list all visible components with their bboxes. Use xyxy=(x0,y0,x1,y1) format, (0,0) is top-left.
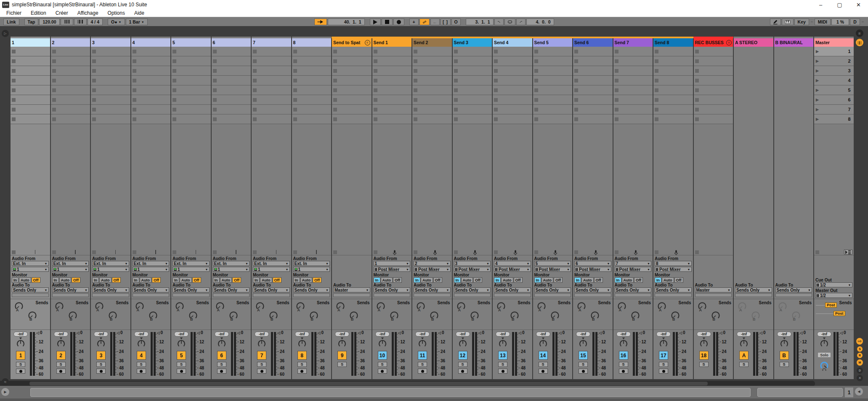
track-header[interactable]: A STEREO xyxy=(734,38,773,47)
clip-stop-icon[interactable] xyxy=(655,79,658,82)
arm-button[interactable] xyxy=(579,369,588,374)
clip-stop-icon[interactable] xyxy=(12,59,16,63)
track-activator-button[interactable]: 10 xyxy=(378,351,387,360)
send-b-knob[interactable]: B xyxy=(550,311,560,321)
clip-stop-icon[interactable] xyxy=(173,69,176,73)
track-activator-button[interactable]: 7 xyxy=(257,351,266,360)
clip-stop-icon[interactable] xyxy=(494,98,498,102)
scene-5[interactable]: ▶ 5 xyxy=(814,85,854,95)
output-channel-chooser[interactable] xyxy=(173,293,210,297)
monitor-auto-button[interactable]: Auto xyxy=(381,277,393,283)
clip-stop-slot[interactable] xyxy=(694,105,733,114)
input-type-chooser[interactable]: Ext. In▼ xyxy=(133,261,170,266)
clip-stop-icon[interactable] xyxy=(333,98,337,102)
clip-stop-slot[interactable] xyxy=(252,114,291,124)
clip-stop-slot[interactable] xyxy=(372,114,412,124)
loop-button[interactable] xyxy=(504,19,515,25)
clip-stop-slot[interactable] xyxy=(613,47,653,56)
track-header[interactable]: Send 8 xyxy=(653,38,693,47)
pan-knob[interactable] xyxy=(657,337,670,350)
clip-stop-icon[interactable] xyxy=(414,98,417,102)
input-type-chooser[interactable]: 5▼ xyxy=(534,261,571,266)
clip-stop-icon[interactable] xyxy=(213,108,217,112)
send-b-knob[interactable]: B xyxy=(630,311,640,321)
clip-stop-icon[interactable] xyxy=(534,108,538,112)
output-channel-chooser[interactable] xyxy=(133,293,170,297)
monitor-auto-button[interactable]: Auto xyxy=(140,277,152,283)
clip-stop-slot[interactable] xyxy=(91,47,130,56)
clip-stop-slot[interactable] xyxy=(11,114,50,124)
clip-stop-icon[interactable] xyxy=(615,69,618,73)
track-header[interactable]: Send 4 xyxy=(493,38,532,47)
show-browser-icon[interactable]: ▷ xyxy=(2,30,9,37)
clip-stop-icon[interactable] xyxy=(293,50,297,53)
solo-button[interactable]: S xyxy=(418,362,427,367)
send-b-knob[interactable]: B xyxy=(791,311,801,321)
clip-stop-icon[interactable] xyxy=(52,69,56,73)
volume-field[interactable]: -Inf xyxy=(13,332,28,337)
clip-stop-icon[interactable] xyxy=(293,88,297,92)
clip-stop-icon[interactable] xyxy=(414,59,417,63)
clip-stop-slot[interactable] xyxy=(51,76,90,85)
output-channel-chooser[interactable] xyxy=(293,293,330,297)
solo-button[interactable]: S xyxy=(699,362,709,367)
record-button[interactable] xyxy=(393,19,404,25)
clip-stop-slot[interactable] xyxy=(653,47,693,56)
clip-stop-slot[interactable] xyxy=(653,114,693,124)
clip-stop-slot[interactable] xyxy=(493,66,532,76)
input-type-chooser[interactable]: 6▼ xyxy=(574,261,611,266)
monitor-in-button[interactable]: In xyxy=(374,277,380,283)
clip-stop-icon[interactable] xyxy=(133,69,136,73)
mixer-view-icon[interactable] xyxy=(856,39,863,46)
empty-clip-area[interactable] xyxy=(653,124,693,249)
clip-stop-icon[interactable] xyxy=(374,108,377,112)
clip-stop-slot[interactable] xyxy=(653,76,693,85)
clip-stop-slot[interactable] xyxy=(212,47,251,56)
send-b-knob[interactable]: B xyxy=(188,311,198,321)
clip-stop-slot[interactable] xyxy=(613,85,653,95)
monitor-in-button[interactable]: In xyxy=(655,277,661,283)
pan-knob[interactable] xyxy=(255,337,268,350)
monitor-off-button[interactable]: Off xyxy=(273,277,281,283)
solo-button[interactable]: S xyxy=(56,362,66,367)
solo-button[interactable]: Solo xyxy=(818,352,831,358)
track-activator-button[interactable]: 18 xyxy=(699,351,709,360)
clip-stop-slot[interactable] xyxy=(332,66,372,76)
clip-stop-icon[interactable] xyxy=(615,88,618,92)
track-activator-button[interactable]: 9 xyxy=(337,351,347,360)
clip-stop-slot[interactable] xyxy=(573,76,613,85)
track-header[interactable]: Master xyxy=(814,38,854,47)
monitor-auto-button[interactable]: Auto xyxy=(19,277,31,283)
output-type-chooser[interactable]: Sends Only▼ xyxy=(534,287,571,292)
stop-all-clips-button[interactable] xyxy=(844,250,852,255)
send-b-knob[interactable]: B xyxy=(108,311,118,321)
clip-stop-icon[interactable] xyxy=(293,117,297,121)
clip-stop-slot[interactable] xyxy=(332,47,372,56)
empty-clip-area[interactable] xyxy=(573,124,613,249)
clip-stop-icon[interactable] xyxy=(173,88,176,92)
track-header[interactable]: 3 xyxy=(91,38,130,47)
empty-clip-area[interactable] xyxy=(694,124,733,249)
clip-stop-icon[interactable] xyxy=(52,108,56,112)
clip-stop-icon[interactable] xyxy=(253,108,257,112)
arm-button[interactable] xyxy=(297,369,307,374)
clip-stop-slot[interactable] xyxy=(252,105,291,114)
clip-stop-slot[interactable] xyxy=(292,56,332,66)
empty-clip-area[interactable] xyxy=(814,124,854,249)
clip-stop-slot[interactable] xyxy=(453,95,492,105)
clip-stop-slot[interactable] xyxy=(573,85,613,95)
output-type-chooser[interactable]: Master▼ xyxy=(333,287,370,292)
track-header[interactable]: 6 xyxy=(212,38,251,47)
session-record-link-icon[interactable] xyxy=(419,19,430,25)
clip-stop-slot[interactable] xyxy=(332,95,372,105)
monitor-off-button[interactable]: Off xyxy=(554,277,563,283)
send-a-knob[interactable]: A xyxy=(255,301,265,312)
output-type-chooser[interactable]: Sends Only▼ xyxy=(775,287,812,292)
clip-stop-icon[interactable] xyxy=(695,79,699,82)
clip-stop-icon[interactable] xyxy=(333,50,337,53)
clip-stop-icon[interactable] xyxy=(374,59,377,63)
monitor-auto-button[interactable]: Auto xyxy=(501,277,513,283)
clip-stop-icon[interactable] xyxy=(333,88,337,92)
output-channel-chooser[interactable] xyxy=(414,293,451,297)
clip-stop-icon[interactable] xyxy=(52,117,56,121)
